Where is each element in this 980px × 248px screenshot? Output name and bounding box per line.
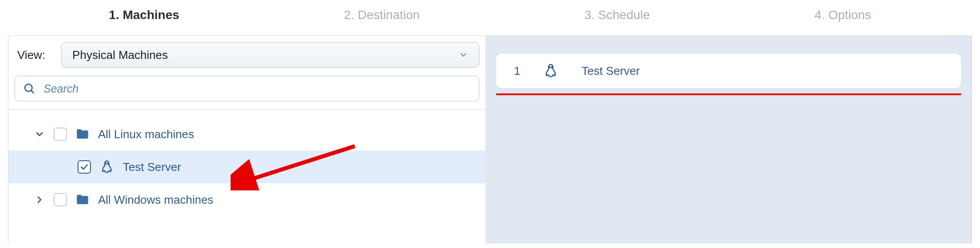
content-panes: View: Physical Machines xyxy=(8,35,972,244)
linux-icon xyxy=(542,62,559,79)
view-select-value: Physical Machines xyxy=(72,48,168,62)
tree-item-test-server[interactable]: Test Server xyxy=(8,151,486,183)
machine-tree: All Linux machines Test Server xyxy=(8,110,486,224)
source-pane: View: Physical Machines xyxy=(8,36,486,244)
search-icon xyxy=(23,82,35,95)
svg-point-3 xyxy=(108,163,109,164)
linux-icon xyxy=(99,159,115,175)
folder-icon xyxy=(75,127,90,142)
svg-line-1 xyxy=(31,91,34,93)
source-controls: View: Physical Machines xyxy=(8,36,486,110)
tree-group-windows[interactable]: All Windows machines xyxy=(8,183,486,216)
tree-label: All Linux machines xyxy=(98,128,194,141)
folder-icon xyxy=(75,192,90,207)
checkbox-linux-group[interactable] xyxy=(54,128,67,141)
svg-point-0 xyxy=(25,84,32,91)
step-options[interactable]: 4. Options xyxy=(815,8,871,22)
selection-index: 1 xyxy=(514,64,520,78)
view-select[interactable]: Physical Machines xyxy=(61,42,479,68)
search-input[interactable] xyxy=(43,82,471,95)
view-row: View: Physical Machines xyxy=(15,42,479,68)
tree-label: Test Server xyxy=(123,160,181,174)
search-field[interactable] xyxy=(15,76,479,101)
tree-group-linux[interactable]: All Linux machines xyxy=(8,118,486,151)
svg-point-4 xyxy=(549,67,550,68)
selection-pane: 1 Test Server xyxy=(486,36,972,244)
svg-point-2 xyxy=(105,163,106,164)
step-destination[interactable]: 2. Destination xyxy=(344,8,419,22)
step-machines: 1. Machines xyxy=(109,8,180,22)
chevron-down-icon[interactable] xyxy=(33,128,46,140)
checkbox-windows-group[interactable] xyxy=(54,193,67,206)
selected-machine-card[interactable]: 1 Test Server xyxy=(496,54,961,88)
checkbox-test-server[interactable] xyxy=(78,160,91,174)
svg-point-5 xyxy=(552,67,553,68)
selection-name: Test Server xyxy=(581,64,640,78)
chevron-right-icon[interactable] xyxy=(33,194,46,206)
step-schedule[interactable]: 3. Schedule xyxy=(584,8,650,22)
view-label: View: xyxy=(15,48,45,62)
wizard-steps: 1. Machines 2. Destination 3. Schedule 4… xyxy=(0,0,980,35)
chevron-down-icon xyxy=(459,50,468,60)
annotation-underline xyxy=(496,93,961,95)
tree-label: All Windows machines xyxy=(98,193,213,207)
